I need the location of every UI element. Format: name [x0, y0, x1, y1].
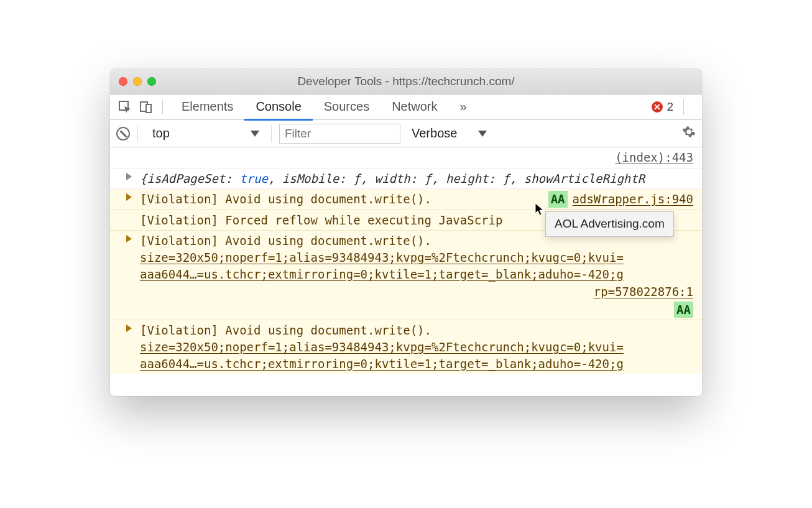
window-title: Developer Tools - https://techcrunch.com…: [110, 75, 702, 88]
clear-console-icon[interactable]: [116, 127, 130, 141]
console-row-object: {isAdPageSet: true, isMobile: ƒ, width: …: [110, 169, 702, 190]
tab-elements[interactable]: Elements: [170, 95, 244, 120]
disclosure-triangle-icon[interactable]: [126, 325, 132, 332]
chevron-down-icon: [251, 131, 259, 137]
chevron-down-icon: [478, 131, 487, 137]
console-filter-bar: top Verbose: [110, 120, 702, 147]
context-label: top: [152, 126, 170, 141]
keyword-true: true: [239, 172, 268, 185]
context-selector[interactable]: top: [145, 124, 264, 144]
violation-message: [Violation] Avoid using document.write()…: [140, 191, 431, 208]
request-url-line[interactable]: size=320x50;noperf=1;alias=93484943;kvpg…: [140, 249, 693, 266]
violation-message: [Violation] Forced reflow while executin…: [140, 213, 502, 227]
tooltip-text: AOL Advertising.com: [555, 217, 665, 230]
console-output[interactable]: (index):443 {isAdPageSet: true, isMobile…: [110, 147, 702, 396]
tab-sources[interactable]: Sources: [313, 95, 381, 120]
panel-tabs: Elements Console Sources Network »: [170, 95, 478, 120]
object-preview-part: {isAdPageSet:: [140, 172, 239, 185]
settings-icon[interactable]: [682, 125, 696, 142]
devtools-window: Developer Tools - https://techcrunch.com…: [110, 68, 702, 396]
request-url-line[interactable]: aaa6044…=us.tchcr;extmirroring=0;kvtile=…: [140, 266, 693, 283]
disclosure-triangle-icon[interactable]: [126, 193, 132, 201]
disclosure-triangle-icon[interactable]: [126, 173, 132, 180]
svg-rect-2: [146, 104, 151, 113]
source-link[interactable]: (index):443: [615, 150, 693, 164]
minimize-icon[interactable]: [133, 77, 142, 86]
tab-more[interactable]: »: [449, 95, 478, 120]
toolbar-menu-divider: [683, 99, 696, 115]
tab-console[interactable]: Console: [244, 95, 312, 121]
window-controls: [119, 77, 156, 86]
request-url-line[interactable]: size=320x50;noperf=1;alias=93484943;kvpg…: [140, 339, 693, 356]
inspect-element-icon[interactable]: [116, 100, 134, 114]
disclosure-triangle-icon[interactable]: [126, 235, 132, 242]
close-icon[interactable]: [119, 77, 127, 86]
badge-tooltip: AOL Advertising.com: [545, 211, 674, 237]
device-toggle-icon[interactable]: [137, 100, 155, 114]
source-link[interactable]: adsWrapper.js:940: [573, 191, 693, 208]
violation-message: [Violation] Avoid using document.write()…: [140, 322, 693, 339]
console-row-violation: [Violation] Avoid using document.write()…: [110, 320, 702, 374]
filter-input[interactable]: [279, 124, 400, 144]
console-row-violation: [Violation] Avoid using document.write()…: [110, 231, 702, 320]
error-count: 2: [667, 100, 673, 114]
error-counter[interactable]: ✕ 2: [652, 100, 673, 114]
zoom-icon[interactable]: [147, 77, 156, 86]
divider: [137, 125, 138, 142]
divider: [162, 99, 163, 114]
console-row-violation: [Violation] Avoid using document.write()…: [110, 189, 702, 210]
source-link-row: (index):443: [110, 147, 702, 169]
log-level-selector[interactable]: Verbose: [412, 126, 487, 141]
ad-badge[interactable]: AA: [674, 302, 693, 318]
tab-network[interactable]: Network: [381, 95, 448, 120]
log-level-label: Verbose: [412, 126, 457, 141]
error-icon: ✕: [652, 101, 663, 113]
request-url-line[interactable]: aaa6044…=us.tchcr;extmirroring=0;kvtile=…: [140, 356, 693, 372]
titlebar: Developer Tools - https://techcrunch.com…: [110, 68, 702, 95]
main-toolbar: Elements Console Sources Network » ✕ 2: [110, 95, 702, 120]
request-url-line[interactable]: rp=578022876:1: [140, 284, 693, 300]
divider: [271, 125, 272, 142]
object-preview-part: , isMobile: ƒ, width: ƒ, height: ƒ, show…: [268, 172, 645, 185]
ad-badge[interactable]: AA: [548, 191, 568, 208]
